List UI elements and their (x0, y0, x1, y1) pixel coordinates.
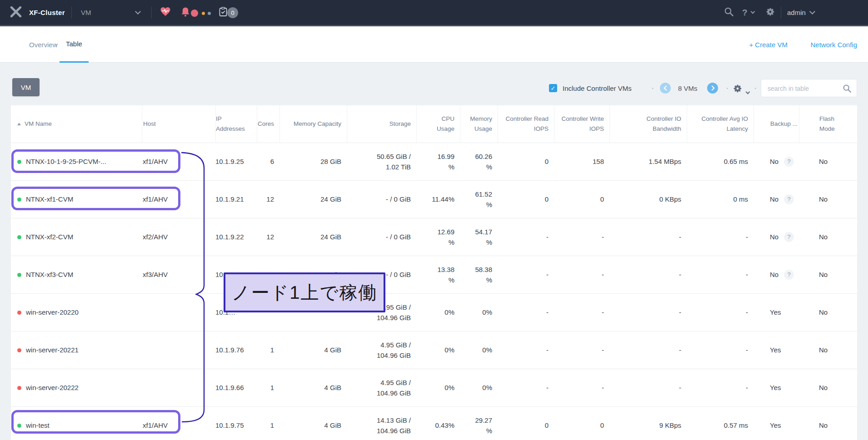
column-label: CPU Usage (437, 114, 454, 134)
cell-cores: 12 (257, 232, 279, 242)
cell-controller_io_bandwidth: - (609, 345, 687, 355)
heart-pulse-icon (160, 7, 171, 19)
column-header-controller_avg_io_latency[interactable]: Controller Avg IO Latency (687, 105, 753, 143)
cell-ip: 10.1.9.66 (215, 382, 257, 393)
column-header-backup[interactable]: Backup ... (753, 105, 799, 143)
tab-table[interactable]: Table (60, 26, 89, 63)
column-header-ip[interactable]: IP Addresses (215, 105, 257, 143)
column-header-flash_mode[interactable]: Flash Mode (799, 105, 857, 143)
warning-dot[interactable] (202, 12, 205, 15)
table-row[interactable]: NTNX-xf2-CVMxf2/AHV10.1.9.221224 GiB- / … (11, 218, 857, 256)
cell-flash_mode: No (799, 232, 857, 242)
help-menu[interactable]: ? (742, 0, 754, 25)
table-row[interactable]: NTNX-10-1-9-25-PCVM-...xf1/AHV10.1.9.256… (11, 143, 857, 180)
power-on-dot (17, 424, 21, 428)
cell-name: NTNX-xf1-CVM (11, 194, 142, 204)
x-logo-icon (10, 6, 22, 20)
next-page-button[interactable] (707, 83, 718, 94)
column-header-controller_write_iops[interactable]: Controller Write IOPS (554, 105, 609, 143)
column-header-host[interactable]: Host (142, 105, 215, 143)
health-button[interactable] (160, 0, 171, 25)
table-row[interactable]: win-server-2022210.1.9.6614 GiB4.95 GiB … (11, 369, 857, 406)
cell-memory_usage: 0% (460, 307, 498, 317)
column-label: Controller Avg IO Latency (701, 114, 748, 134)
alerts-button[interactable] (181, 0, 190, 25)
power-off-dot (17, 311, 21, 315)
search-input[interactable] (761, 79, 846, 98)
cell-cores: 12 (257, 269, 279, 280)
table-row[interactable]: NTNX-xf1-CVMxf1/AHV10.1.9.211224 GiB- / … (11, 180, 857, 218)
cell-backup: Yes (753, 420, 799, 430)
vm-entity-button[interactable]: VM (12, 78, 40, 96)
cell-controller_write_iops: 158 (554, 156, 609, 167)
app-logo[interactable] (10, 0, 22, 25)
table-body: NTNX-10-1-9-25-PCVM-...xf1/AHV10.1.9.256… (11, 143, 857, 440)
table-row[interactable]: win-server-2022110.1.9.7614 GiB4.95 GiB … (11, 331, 857, 369)
cell-controller_avg_io_latency: - (687, 382, 753, 393)
network-config-button[interactable]: Network Config (810, 26, 857, 63)
column-header-controller_io_bandwidth[interactable]: Controller IO Bandwidth (609, 105, 687, 143)
column-label: IP Addresses (216, 114, 245, 134)
create-vm-button[interactable]: + Create VM (749, 26, 788, 63)
cell-memory_usage: 0% (460, 382, 498, 393)
chevron-down-icon (135, 9, 141, 15)
tab-overview[interactable]: Overview (29, 26, 58, 63)
table-settings-button[interactable] (733, 84, 743, 95)
help-icon[interactable]: ? (784, 270, 794, 280)
table-header-row: VM NameHostIP AddressesCoresMemory Capac… (11, 105, 857, 143)
cell-flash_mode: No (799, 156, 857, 167)
table-row[interactable]: win-testxf1/AHV10.1.9.7514 GiB14.13 GiB … (11, 406, 857, 440)
bell-icon (181, 7, 190, 19)
cell-storage: - / 0 GiB (347, 232, 416, 242)
cell-name: NTNX-xf3-CVM (11, 269, 142, 280)
table-row[interactable]: win-server-2022010.1…4.95 GiB / 104.96 G… (11, 293, 857, 331)
table-settings-chevron[interactable] (746, 87, 749, 95)
divider (151, 7, 152, 19)
include-controller-vms-checkbox[interactable]: ✓ (549, 84, 557, 92)
help-icon[interactable]: ? (784, 157, 794, 167)
help-icon[interactable]: ? (784, 232, 794, 242)
cell-controller_io_bandwidth: - (609, 382, 687, 393)
column-header-memory[interactable]: Memory Capacity (279, 105, 347, 143)
cell-controller_read_iops: - (498, 345, 554, 355)
cluster-name[interactable]: XF-Cluster (29, 0, 65, 25)
cell-controller_write_iops: 0 (554, 194, 609, 204)
tasks-count-badge[interactable]: 0 (227, 7, 238, 18)
cell-controller_write_iops: - (554, 307, 609, 317)
help-icon[interactable]: ? (784, 194, 794, 204)
cell-host: xf1/AHV (142, 420, 215, 430)
cell-cores: 1 (257, 420, 279, 430)
column-label: Cores (258, 119, 274, 129)
username: admin (787, 9, 806, 16)
column-header-cores[interactable]: Cores (257, 105, 279, 143)
dot-separator: · (726, 84, 728, 93)
cell-ip: 10.1.9.76 (215, 345, 257, 355)
critical-alert-dot[interactable] (191, 10, 198, 17)
info-dot[interactable] (208, 12, 211, 15)
search-icon[interactable] (843, 84, 852, 93)
search-button[interactable] (724, 0, 734, 25)
column-header-name[interactable]: VM Name (11, 105, 142, 143)
cell-host: xf2/AHV (142, 232, 215, 242)
table-row[interactable]: NTNX-xf3-CVMxf3/AHV10.1.9.231224 GiB- / … (11, 256, 857, 293)
column-header-cpu_usage[interactable]: CPU Usage (416, 105, 460, 143)
tasks-button[interactable] (219, 0, 228, 25)
cell-name: NTNX-10-1-9-25-PCVM-... (11, 156, 142, 167)
column-header-controller_read_iops[interactable]: Controller Read IOPS (498, 105, 554, 143)
settings-button[interactable] (765, 0, 775, 25)
user-menu[interactable]: admin (787, 0, 814, 25)
cell-storage: 4.95 GiB / 104.96 GiB (347, 377, 416, 399)
cell-controller_read_iops: - (498, 232, 554, 242)
cell-ip: 10.1.9.22 (215, 232, 257, 242)
cell-memory: 24 GiB (279, 194, 347, 204)
column-header-storage[interactable]: Storage (347, 105, 416, 143)
cell-controller_io_bandwidth: - (609, 307, 687, 317)
cell-cpu_usage: 12.69 % (416, 227, 460, 248)
column-header-memory_usage[interactable]: Memory Usage (460, 105, 498, 143)
power-off-dot (17, 348, 21, 352)
column-label: Controller Write IOPS (561, 114, 604, 134)
cell-controller_avg_io_latency: - (687, 307, 753, 317)
entity-selector-value: VM (81, 9, 91, 16)
entity-selector-dropdown[interactable]: VM (81, 0, 140, 25)
prev-page-button[interactable] (660, 83, 671, 94)
